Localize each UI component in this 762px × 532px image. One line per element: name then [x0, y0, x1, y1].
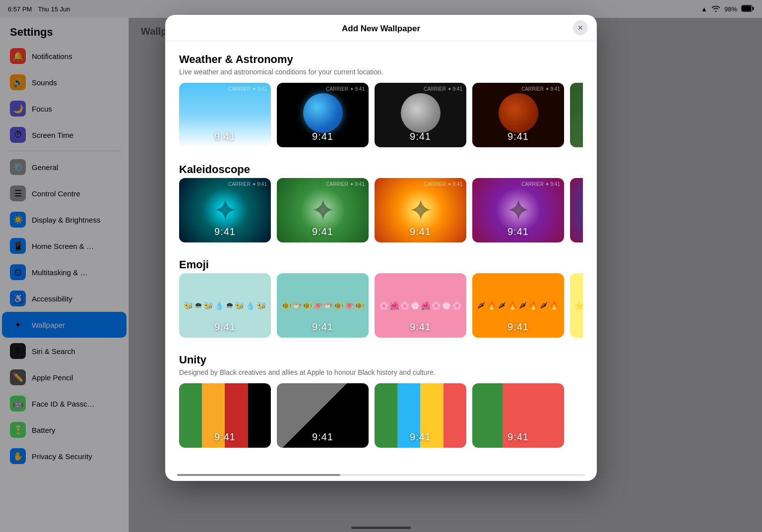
- section-grid-emoji: 🐝🌧🐝💧🌧🐝💧🐝9:41🐠🐡🐠🐙🐡🐠🐙🐠9:41🌸🌺🌸💮🌺🌸💮🌸9:41🌶🔥🌶🔥…: [179, 273, 583, 338]
- wallpaper-thumb-kaleidoscope-2[interactable]: ✦CARRIER ✦ 9:419:41: [375, 178, 466, 242]
- wp-thumb-top-label: CARRIER ✦ 9:41: [228, 181, 267, 187]
- wallpaper-thumb-unity-3[interactable]: 9:41: [472, 383, 564, 448]
- section-title-emoji: Emoji: [179, 258, 583, 271]
- modal-title: Add New Wallpaper: [342, 24, 420, 34]
- wp-thumb-time-3-0: 9:41: [214, 431, 236, 443]
- wallpaper-thumb-kaleidoscope-1[interactable]: ✦CARRIER ✦ 9:419:41: [277, 178, 369, 242]
- wallpaper-thumb-emoji-3[interactable]: 🌶🔥🌶🔥🌶🔥🌶🔥9:41: [472, 273, 564, 338]
- modal-overlay[interactable]: Add New Wallpaper ✕ Weather & AstronomyL…: [0, 0, 762, 532]
- wp-thumb-time-3-2: 9:41: [410, 431, 431, 443]
- wp-thumb-time-0-1: 9:41: [312, 131, 333, 142]
- modal-scrollbar-thumb: [177, 474, 340, 476]
- wallpaper-thumb-emoji-2[interactable]: 🌸🌺🌸💮🌺🌸💮🌸9:41: [375, 273, 466, 338]
- wp-thumb-time-0-2: 9:41: [410, 131, 431, 142]
- wp-thumb-time-1-0: 9:41: [214, 226, 236, 237]
- section-title-kaleidoscope: Kaleidoscope: [179, 163, 583, 176]
- wallpaper-thumb-weather-3[interactable]: CARRIER ✦ 9:419:41: [472, 83, 564, 147]
- wallpaper-thumb-unity-2[interactable]: 9:41: [375, 383, 466, 448]
- wallpaper-thumb-emoji-0[interactable]: 🐝🌧🐝💧🌧🐝💧🐝9:41: [179, 273, 271, 338]
- section-subtitle-unity: Designed by Black creatives and allies a…: [179, 368, 583, 376]
- wp-thumb-top-label: CARRIER ✦ 9:41: [228, 86, 267, 92]
- section-unity: UnityDesigned by Black creatives and all…: [179, 354, 583, 448]
- section-title-weather: Weather & Astronomy: [179, 53, 583, 66]
- wp-thumb-time-2-1: 9:41: [312, 321, 333, 333]
- wp-thumb-top-label: CARRIER ✦ 9:41: [424, 181, 462, 187]
- wp-thumb-time-2-2: 9:41: [410, 321, 431, 333]
- wp-thumb-top-label: CARRIER ✦ 9:41: [326, 181, 365, 187]
- wp-thumb-time-3-1: 9:41: [312, 431, 333, 443]
- modal-scrollbar: [177, 474, 585, 476]
- section-grid-unity: 9:419:419:419:41: [179, 383, 583, 448]
- wallpaper-thumb-emoji-4[interactable]: ⭐✨⭐💛✨⭐💛⭐9:41: [570, 273, 583, 338]
- wallpaper-thumb-weather-0[interactable]: CARRIER ✦ 9:419:41: [179, 83, 271, 147]
- wp-thumb-top-label: CARRIER ✦ 9:41: [326, 86, 365, 92]
- section-title-unity: Unity: [179, 354, 583, 366]
- wp-thumb-top-label: CARRIER ✦ 9:41: [424, 86, 462, 92]
- wp-thumb-time-2-0: 9:41: [214, 321, 236, 333]
- section-emoji: Emoji🐝🌧🐝💧🌧🐝💧🐝9:41🐠🐡🐠🐙🐡🐠🐙🐠9:41🌸🌺🌸💮🌺🌸💮🌸9:4…: [179, 258, 583, 338]
- modal-close-button[interactable]: ✕: [573, 20, 588, 35]
- wallpaper-thumb-unity-0[interactable]: 9:41: [179, 383, 271, 448]
- wallpaper-thumb-weather-4[interactable]: CARRIER ✦ 9:419:41: [570, 83, 583, 147]
- wp-thumb-time-0-0: 9:41: [214, 131, 236, 142]
- modal-header: Add New Wallpaper ✕: [165, 15, 597, 41]
- section-grid-weather: CARRIER ✦ 9:419:41CARRIER ✦ 9:419:41CARR…: [179, 83, 583, 147]
- emoji-scatter: ⭐✨⭐💛✨⭐💛⭐: [570, 273, 583, 338]
- wp-thumb-time-0-3: 9:41: [508, 131, 529, 142]
- section-weather: Weather & AstronomyLive weather and astr…: [179, 53, 583, 147]
- wp-thumb-time-3-3: 9:41: [508, 431, 529, 443]
- wallpaper-thumb-weather-2[interactable]: CARRIER ✦ 9:419:41: [375, 83, 466, 147]
- wallpaper-thumb-kaleidoscope-4[interactable]: ✦CARRIER ✦ 9:419:41: [570, 178, 583, 242]
- modal-body[interactable]: Weather & AstronomyLive weather and astr…: [165, 41, 597, 474]
- wp-thumb-time-1-2: 9:41: [410, 226, 431, 237]
- section-subtitle-weather: Live weather and astronomical conditions…: [179, 68, 583, 76]
- wp-thumb-time-2-3: 9:41: [508, 321, 529, 333]
- wp-thumb-top-label: CARRIER ✦ 9:41: [521, 86, 560, 92]
- wp-thumb-top-label: CARRIER ✦ 9:41: [521, 181, 560, 187]
- section-grid-kaleidoscope: ✦CARRIER ✦ 9:419:41✦CARRIER ✦ 9:419:41✦C…: [179, 178, 583, 242]
- wp-thumb-time-1-1: 9:41: [312, 226, 333, 237]
- wallpaper-thumb-kaleidoscope-3[interactable]: ✦CARRIER ✦ 9:419:41: [472, 178, 564, 242]
- wallpaper-thumb-weather-1[interactable]: CARRIER ✦ 9:419:41: [277, 83, 369, 147]
- wallpaper-thumb-kaleidoscope-0[interactable]: ✦CARRIER ✦ 9:419:41: [179, 178, 271, 242]
- section-kaleidoscope: Kaleidoscope✦CARRIER ✦ 9:419:41✦CARRIER …: [179, 163, 583, 242]
- wp-thumb-time-1-3: 9:41: [508, 226, 529, 237]
- wallpaper-thumb-emoji-1[interactable]: 🐠🐡🐠🐙🐡🐠🐙🐠9:41: [277, 273, 369, 338]
- wallpaper-thumb-unity-1[interactable]: 9:41: [277, 383, 369, 448]
- modal: Add New Wallpaper ✕ Weather & AstronomyL…: [165, 15, 597, 481]
